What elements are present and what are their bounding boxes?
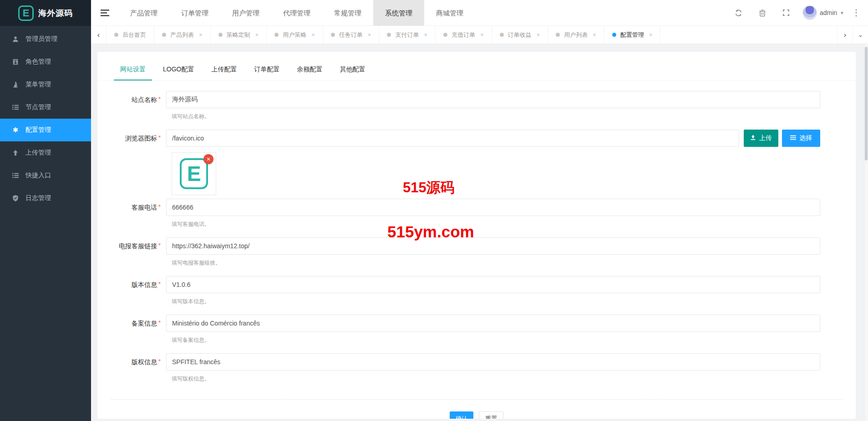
user-menu[interactable]: admin ▼ bbox=[800, 5, 847, 20]
favicon-input[interactable] bbox=[166, 130, 739, 147]
config-card: 网站设置 LOGO配置 上传配置 订单配置 余额配置 其他配置 站点名称* 填写… bbox=[97, 52, 856, 419]
tab-order-profit[interactable]: 订单收益 × bbox=[492, 26, 548, 44]
field-help: 填写版本信息。 bbox=[172, 298, 856, 306]
sidebar-item-upload[interactable]: 上传管理 bbox=[0, 141, 91, 164]
vertical-scrollbar[interactable] bbox=[864, 44, 868, 421]
sidebar-item-nodes[interactable]: 节点管理 bbox=[0, 96, 91, 119]
more-menu-icon[interactable]: ⋮ bbox=[851, 8, 862, 18]
sidebar-item-roles[interactable]: 角色管理 bbox=[0, 50, 91, 73]
sidebar-item-menus[interactable]: 菜单管理 bbox=[0, 73, 91, 96]
upload-button[interactable]: 上传 bbox=[744, 130, 778, 147]
tab-strategy[interactable]: 策略定制 × bbox=[211, 26, 267, 44]
tab-close-icon[interactable]: × bbox=[199, 31, 203, 38]
field-label: 电报客服链接* bbox=[97, 242, 166, 251]
tab-task-orders[interactable]: 任务订单 × bbox=[323, 26, 380, 44]
sidebar-item-label: 快捷入口 bbox=[25, 171, 51, 180]
tab-balance-config[interactable]: 余额配置 bbox=[290, 65, 329, 80]
sidebar-item-label: 上传管理 bbox=[25, 149, 51, 157]
nav-mall[interactable]: 商城管理 bbox=[424, 0, 475, 26]
tab-close-icon[interactable]: × bbox=[368, 31, 371, 38]
trash-icon[interactable] bbox=[752, 0, 772, 26]
tab-close-icon[interactable]: × bbox=[255, 31, 259, 38]
brand-logo[interactable]: E 海外源码 bbox=[0, 0, 91, 26]
upload-button-label: 上传 bbox=[759, 134, 772, 142]
tab-product-list[interactable]: 产品列表 × bbox=[154, 26, 211, 44]
tab-label: 后台首页 bbox=[122, 31, 146, 39]
tab-logo-config[interactable]: LOGO配置 bbox=[157, 65, 200, 80]
icp-input[interactable] bbox=[166, 315, 820, 332]
sidebar-item-admins[interactable]: 管理员管理 bbox=[0, 28, 91, 50]
top-nav: 产品管理 订单管理 用户管理 代理管理 常规管理 系统管理 商城管理 bbox=[118, 0, 475, 26]
form-divider bbox=[111, 399, 842, 400]
telegram-link-input[interactable] bbox=[166, 237, 820, 255]
id-badge-icon bbox=[12, 58, 19, 65]
chevron-down-icon: ▼ bbox=[840, 10, 844, 15]
confirm-button[interactable]: 确认 bbox=[450, 411, 473, 419]
page-tabbar: ‹ 后台首页 产品列表 × 策略定制 × 用户策略 × 任务订单 × 支付订单 bbox=[91, 26, 868, 44]
field-label: 客服电话* bbox=[97, 203, 166, 212]
list-icon bbox=[790, 135, 796, 142]
config-tabs: 网站设置 LOGO配置 上传配置 订单配置 余额配置 其他配置 bbox=[97, 52, 856, 81]
tab-recharge-orders[interactable]: 充值订单 × bbox=[436, 26, 492, 44]
nav-agents[interactable]: 代理管理 bbox=[271, 0, 322, 26]
select-button[interactable]: 选择 bbox=[782, 130, 820, 147]
shield-icon bbox=[12, 195, 19, 202]
tab-dot-icon bbox=[162, 33, 166, 37]
favicon-preview[interactable]: E ✕ bbox=[172, 152, 216, 195]
nav-products[interactable]: 产品管理 bbox=[118, 0, 169, 26]
tab-close-icon[interactable]: × bbox=[537, 31, 540, 38]
tab-dot-icon bbox=[331, 33, 335, 37]
tab-site-settings[interactable]: 网站设置 bbox=[114, 65, 152, 80]
tab-user-list[interactable]: 用户列表 × bbox=[548, 26, 604, 44]
site-name-input[interactable] bbox=[166, 91, 820, 108]
tab-close-icon[interactable]: × bbox=[593, 31, 596, 38]
tab-label: 用户列表 bbox=[564, 31, 588, 39]
avatar bbox=[802, 5, 817, 20]
nav-system[interactable]: 系统管理 bbox=[373, 0, 424, 26]
nav-orders[interactable]: 订单管理 bbox=[169, 0, 220, 26]
tab-close-icon[interactable]: × bbox=[480, 31, 484, 38]
sidebar-toggle-icon[interactable] bbox=[91, 10, 118, 16]
tab-home[interactable]: 后台首页 bbox=[107, 26, 154, 44]
tree-icon bbox=[12, 81, 19, 88]
required-asterisk: * bbox=[158, 203, 161, 210]
form-actions: 确认 重置 bbox=[97, 411, 856, 419]
refresh-icon[interactable] bbox=[729, 0, 749, 26]
required-asterisk: * bbox=[158, 281, 161, 287]
nav-general[interactable]: 常规管理 bbox=[322, 0, 373, 26]
form-row-copyright: 版权信息* bbox=[97, 353, 856, 371]
required-asterisk: * bbox=[158, 95, 161, 102]
tab-config[interactable]: 配置管理 × bbox=[604, 26, 661, 44]
copyright-input[interactable] bbox=[166, 353, 820, 371]
sidebar-item-shortcuts[interactable]: 快捷入口 bbox=[0, 164, 91, 187]
top-header: 产品管理 订单管理 用户管理 代理管理 常规管理 系统管理 商城管理 admin… bbox=[91, 0, 868, 26]
field-help: 填写站点名称。 bbox=[172, 113, 856, 120]
tab-order-config[interactable]: 订单配置 bbox=[248, 65, 286, 80]
reset-button[interactable]: 重置 bbox=[479, 411, 503, 419]
tabs-menu-icon[interactable]: ⌄ bbox=[853, 26, 868, 44]
delete-image-icon[interactable]: ✕ bbox=[203, 154, 213, 164]
tabs-scroll-left-icon[interactable]: ‹ bbox=[91, 26, 107, 44]
favicon-image: E bbox=[180, 158, 208, 189]
tab-close-icon[interactable]: × bbox=[649, 31, 653, 38]
fullscreen-icon[interactable] bbox=[776, 0, 796, 26]
field-label: 站点名称* bbox=[97, 95, 166, 104]
tab-close-icon[interactable]: × bbox=[424, 31, 427, 38]
service-phone-input[interactable] bbox=[166, 199, 820, 216]
tabs-scroll-right-icon[interactable]: › bbox=[837, 26, 853, 44]
required-asterisk: * bbox=[158, 134, 161, 141]
tab-pay-orders[interactable]: 支付订单 × bbox=[379, 26, 436, 44]
tab-close-icon[interactable]: × bbox=[311, 31, 315, 38]
tab-upload-config[interactable]: 上传配置 bbox=[205, 65, 243, 80]
tab-other-config[interactable]: 其他配置 bbox=[333, 65, 371, 80]
user-icon bbox=[12, 35, 19, 43]
tab-user-strategy[interactable]: 用户策略 × bbox=[267, 26, 323, 44]
field-help: 填写电报客服链接。 bbox=[172, 259, 856, 267]
sidebar-item-config[interactable]: ✱ 配置管理 bbox=[0, 119, 91, 141]
config-form: 站点名称* 填写站点名称。 浏览器图标* 上传 选择 bbox=[97, 91, 856, 419]
scrollbar-thumb[interactable] bbox=[865, 47, 868, 160]
field-label: 版本信息* bbox=[97, 281, 166, 289]
nav-users[interactable]: 用户管理 bbox=[220, 0, 271, 26]
sidebar-item-logs[interactable]: 日志管理 bbox=[0, 187, 91, 210]
version-input[interactable] bbox=[166, 276, 820, 293]
